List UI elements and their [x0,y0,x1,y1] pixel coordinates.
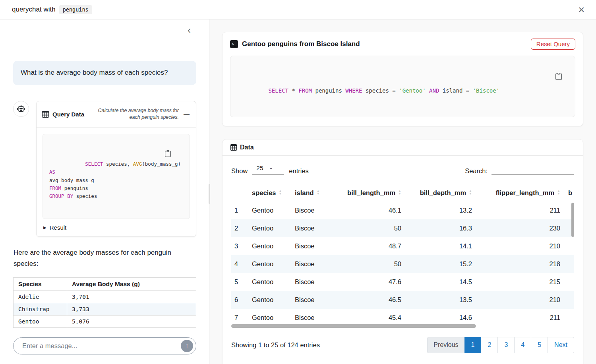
row-number-cell: 7 [231,309,248,327]
sql-code: SELECT species, AVG(body_mass_g) AS avg_… [49,161,184,199]
table-cell: 14.5 [405,273,476,291]
table-icon [42,111,49,118]
table-cell: 211 [476,201,564,219]
table-cell: Gentoo [248,255,291,273]
table-row: 1GentooBiscoe46.113.2211 [231,201,574,219]
app-body: ‹ What is the average body mass of each … [0,19,596,364]
row-number-cell: 6 [231,291,248,309]
assistant-text: Here are the average body masses for eac… [13,247,196,270]
column-header-label: island [295,189,314,196]
sort-icon: ▲▼ [398,190,401,195]
close-button[interactable]: ✕ [575,4,588,15]
reset-query-button[interactable]: Reset Query [531,39,575,50]
column-header-label: species [252,189,276,196]
table-cell: 15.2 [405,255,476,273]
table-cell: Gentoo [248,309,291,327]
send-arrow-icon: ↑ [185,343,189,349]
table-cell: 46.1 [331,201,405,219]
main-panel: >_ Gentoo penguins from Biscoe Island Re… [209,19,596,364]
collapse-tool-card-icon[interactable]: — [183,111,190,118]
column-header-label: flipper_length_mm [495,189,554,196]
row-number-cell: 1 [231,201,248,219]
table-row: 4GentooBiscoe5015.2218 [231,255,574,273]
chat-table-header-cell: Average Body Mass (g) [67,277,196,290]
table-cell: 46.5 [331,291,405,309]
table-cell: Gentoo [248,273,291,291]
copy-icon[interactable] [164,138,185,169]
sql-code-block: SELECT species, AVG(body_mass_g) AS avg_… [43,134,190,219]
chat-message-input[interactable] [21,342,181,350]
pagination-page-1[interactable]: 1 [464,337,482,353]
table-cell: Biscoe [291,273,331,291]
pagination-page-4[interactable]: 4 [514,337,531,353]
copy-icon[interactable] [555,61,570,92]
collapse-row: ‹ [13,24,196,36]
table-row: Gentoo5,076 [14,315,196,327]
send-button[interactable]: ↑ [181,340,193,352]
entries-info: Showing 1 to 25 of 124 entries [231,341,320,349]
table-cell: Gentoo [248,291,291,309]
pagination-next-button[interactable]: Next [548,337,574,353]
pagination: Previous12345Next [427,337,574,353]
main-sql-code-block: SELECT * FROM penguins WHERE species = '… [230,56,575,117]
app-title-text: querychat with [12,6,56,14]
search-input[interactable] [492,165,574,175]
column-header-island[interactable]: island▲▼ [291,185,331,201]
panel-resize-handle[interactable] [209,184,210,204]
chat-table-header-cell: Species [14,277,67,290]
table-cell [564,309,574,327]
column-header-species[interactable]: species▲▼ [248,185,291,201]
horizontal-scrollbar[interactable] [231,324,476,328]
data-card-body: Show 25 ⌄ entries Search: [223,156,583,364]
chat-sidebar: ‹ What is the average body mass of each … [0,19,209,364]
column-header-label: bill_length_mm [347,189,395,196]
show-label: Show [231,167,248,175]
table-icon [230,144,237,151]
tool-card-body: SELECT species, AVG(body_mass_g) AS avg_… [37,128,196,236]
query-card-header: >_ Gentoo penguins from Biscoe Island Re… [230,38,575,50]
table-cell: 215 [476,273,564,291]
table-cell [564,237,574,255]
table-cell: Chinstrap [14,303,67,315]
table-cell: 48.7 [331,237,405,255]
table-cell: Biscoe [291,291,331,309]
table-cell: 14.6 [405,309,476,327]
app-title: querychat with penguins [12,5,92,14]
table-cell: Biscoe [291,255,331,273]
table-cell: 211 [476,309,564,327]
terminal-icon: >_ [230,40,238,48]
data-table: species▲▼island▲▼bill_length_mm▲▼bill_de… [231,185,574,327]
table-cell [564,255,574,273]
tool-card-title-group: Query Data [42,111,84,118]
table-cell: 3,733 [67,303,196,315]
tool-card-subtitle: Calculate the average body mass for each… [97,107,179,121]
data-table-viewport: species▲▼island▲▼bill_length_mm▲▼bill_de… [231,185,574,328]
page-size-select[interactable]: 25 ⌄ [252,165,284,175]
app-header: querychat with penguins ✕ [0,0,596,19]
column-header-label: bill_depth_mm [420,189,466,196]
table-cell: 47.6 [331,273,405,291]
table-cell: Biscoe [291,237,331,255]
pagination-page-3[interactable]: 3 [497,337,515,353]
column-header-flipper_length_mm[interactable]: flipper_length_mm▲▼ [476,185,564,201]
table-cell: 210 [476,291,564,309]
pagination-previous-button[interactable]: Previous [427,337,464,353]
tool-call-card: Query Data Calculate the average body ma… [36,101,196,237]
collapse-sidebar-icon[interactable]: ‹ [185,24,193,36]
table-cell [564,273,574,291]
table-cell: 218 [476,255,564,273]
column-header-bill_depth_mm[interactable]: bill_depth_mm▲▼ [405,185,476,201]
column-header-bill_length_mm[interactable]: bill_length_mm▲▼ [331,185,405,201]
vertical-scrollbar[interactable] [571,203,574,237]
row-number-header [231,185,248,201]
current-query-card: >_ Gentoo penguins from Biscoe Island Re… [222,32,583,126]
pagination-page-2[interactable]: 2 [481,337,498,353]
table-cell: Gentoo [14,315,67,327]
pagination-page-5[interactable]: 5 [531,337,548,353]
data-card-header: Data [223,139,583,156]
sort-icon: ▲▼ [469,190,472,195]
chat-input-row: ↑ [13,337,196,354]
row-number-cell: 2 [231,219,248,237]
table-cell: Biscoe [291,201,331,219]
result-toggle[interactable]: ▶ Result [43,224,189,231]
